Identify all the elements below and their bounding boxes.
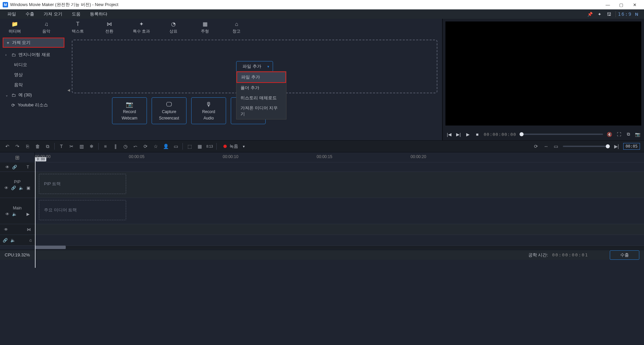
- tab-media[interactable]: 📁미디어: [7, 21, 23, 34]
- sparkle-icon[interactable]: ✦: [595, 9, 604, 19]
- tree-item-examples[interactable]: ⌄🗀예 (30): [3, 90, 64, 100]
- eye-icon[interactable]: 👁: [4, 227, 8, 232]
- close-button[interactable]: ✕: [628, 0, 641, 9]
- detach-preview-button[interactable]: ⧉: [625, 132, 631, 137]
- timeline-duration-input[interactable]: 00:05: [623, 143, 640, 150]
- adjust-icon: ⊞: [15, 154, 19, 161]
- dropdown-item-history-load[interactable]: 히스토리 매체로드: [236, 93, 286, 103]
- cut-button[interactable]: ✂: [68, 143, 75, 150]
- transition-track-body[interactable]: [35, 224, 644, 235]
- record-webcam-button[interactable]: 📷RecordWebcam: [112, 97, 147, 124]
- stop-button[interactable]: ■: [474, 132, 480, 137]
- eye-icon[interactable]: 👁: [4, 186, 8, 190]
- undo-button[interactable]: ↶: [4, 143, 11, 150]
- pip-track-body[interactable]: PIP 트랙: [35, 172, 644, 198]
- dropdown-item-add-folder[interactable]: 폴더 추가: [236, 83, 286, 93]
- snapshot-button[interactable]: 📷: [635, 132, 641, 137]
- speaker-icon[interactable]: 🔈: [12, 212, 17, 216]
- playhead-line[interactable]: [35, 157, 36, 268]
- pip-drop-slot[interactable]: PIP 트랙: [39, 174, 126, 194]
- tab-template[interactable]: ▦주형: [197, 21, 213, 34]
- preview-video[interactable]: [445, 21, 641, 126]
- minimize-button[interactable]: ―: [601, 0, 614, 9]
- tab-text[interactable]: T텍스트: [70, 21, 86, 34]
- freeze-button[interactable]: ❄: [88, 143, 95, 150]
- save-icon[interactable]: 🖫: [604, 9, 613, 19]
- redo-button[interactable]: ↷: [14, 143, 21, 150]
- text-track-body[interactable]: [35, 162, 644, 171]
- scrollbar-thumb[interactable]: [35, 246, 66, 249]
- speed-button[interactable]: ⟳: [142, 143, 149, 150]
- dropdown-item-add-file[interactable]: 파일 추가: [236, 71, 286, 83]
- tree-item-image[interactable]: 영상: [3, 70, 64, 80]
- main-track-body[interactable]: 주요 미디어 트랙: [35, 198, 644, 224]
- eye-icon[interactable]: 👁: [5, 165, 9, 169]
- dropdown-item-clear-media[interactable]: 가져온 미디어 지우기: [236, 103, 286, 119]
- media-dropzone[interactable]: 파일 추가 파일 추가 폴더 추가 히스토리 매체로드 가져온 미디어 지우기: [72, 40, 437, 93]
- pin-icon[interactable]: 📌: [585, 9, 595, 19]
- link-icon[interactable]: 🔗: [3, 238, 8, 243]
- tab-library[interactable]: ⌂창고: [228, 21, 245, 34]
- menu-register[interactable]: 등록하다: [85, 9, 112, 19]
- refresh-timeline-button[interactable]: ⟳: [533, 143, 539, 150]
- timeline-scrollbar[interactable]: [35, 246, 644, 249]
- tab-music[interactable]: ♫음악: [38, 21, 54, 34]
- badge-new-icon[interactable]: N: [632, 9, 641, 19]
- add-file-button[interactable]: 파일 추가: [236, 61, 273, 72]
- link-icon[interactable]: 🔗: [11, 186, 16, 190]
- record-audio-button[interactable]: 🎙RecordAudio: [191, 97, 226, 124]
- timeline-ruler[interactable]: ⊞ 0:00 00:00:00 00:00:05 00:00:10 00:00:…: [0, 152, 644, 162]
- menu-help[interactable]: 도움: [67, 9, 85, 19]
- next-frame-button[interactable]: ▶|: [455, 132, 462, 137]
- eye-icon[interactable]: 👁: [5, 212, 9, 216]
- reverse-button[interactable]: ⤺: [132, 143, 139, 150]
- fit-width-button[interactable]: ↔: [543, 143, 549, 150]
- profile-button[interactable]: 👤: [162, 143, 169, 150]
- zoom-out-button[interactable]: ▭: [553, 143, 559, 150]
- frame-button[interactable]: ▭: [172, 143, 179, 150]
- grid-button[interactable]: ▦: [196, 143, 203, 150]
- tree-item-engineering[interactable]: ›🗀엔지니어링 재료: [3, 50, 64, 60]
- capture-screencast-button[interactable]: 🖵CaptureScreencast: [152, 97, 186, 124]
- main-drop-slot[interactable]: 주요 미디어 트랙: [39, 200, 126, 220]
- menu-export[interactable]: 수출: [21, 9, 39, 19]
- play-button[interactable]: ▶: [465, 132, 471, 137]
- preview-progress-slider[interactable]: [520, 134, 603, 135]
- tab-transition[interactable]: ⋈전환: [101, 21, 117, 34]
- track-adjust-button[interactable]: ⊞: [0, 152, 35, 162]
- tree-item-youtube[interactable]: ⟳Youtube 리소스: [3, 100, 64, 110]
- maximize-button[interactable]: ▢: [614, 0, 628, 9]
- menu-import[interactable]: 가져 오기: [39, 9, 67, 19]
- align-button[interactable]: ‖: [112, 143, 119, 150]
- refresh-icon: ⟳: [11, 103, 15, 108]
- link-icon[interactable]: 🔗: [12, 165, 17, 169]
- aspect-ratio-display[interactable]: 16:9: [618, 11, 632, 17]
- delete-button[interactable]: 🗑: [34, 143, 41, 150]
- copy-button[interactable]: ⎘: [24, 143, 31, 150]
- tree-item-video[interactable]: 비디오: [3, 60, 64, 70]
- import-button[interactable]: +가져 오기: [3, 38, 64, 48]
- ruler-body[interactable]: 0:00 00:00:00 00:00:05 00:00:10 00:00:15…: [35, 152, 644, 162]
- tree-item-music[interactable]: 음악: [3, 80, 64, 90]
- prev-frame-button[interactable]: |◀: [446, 132, 452, 137]
- text-tool-button[interactable]: T: [58, 143, 65, 150]
- mute-button[interactable]: 🔇: [606, 132, 612, 137]
- tab-brand[interactable]: ◔상표: [165, 21, 181, 34]
- duplicate-button[interactable]: ⧉: [44, 143, 51, 150]
- menu-file[interactable]: 파일: [3, 9, 21, 19]
- speaker-icon[interactable]: 🔈: [19, 186, 24, 190]
- clock-button[interactable]: ◷: [122, 143, 129, 150]
- record-dropdown[interactable]: 녹음: [220, 142, 248, 151]
- split-button[interactable]: ▥: [78, 143, 85, 150]
- speaker-icon[interactable]: 🔈: [10, 238, 15, 243]
- star-button[interactable]: ☆: [152, 143, 159, 150]
- align-left-button[interactable]: ≡: [102, 143, 109, 150]
- crop-button[interactable]: ⬚: [186, 143, 193, 150]
- export-button[interactable]: 수출: [610, 250, 639, 260]
- ratio-button[interactable]: 8:13: [206, 143, 213, 150]
- zoom-indicator-button[interactable]: ▶|: [613, 143, 620, 150]
- fullscreen-button[interactable]: ⛶: [616, 132, 622, 137]
- zoom-slider[interactable]: [563, 146, 610, 147]
- tab-effects[interactable]: ✦특수 효과: [133, 21, 150, 34]
- audio-track-body[interactable]: [35, 235, 644, 245]
